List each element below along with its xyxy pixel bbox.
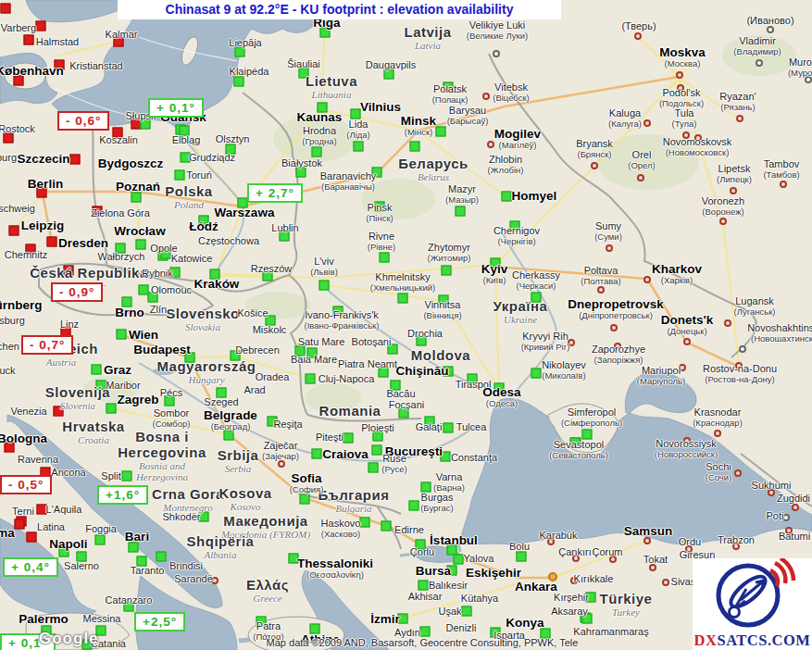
marker-red-square-rostock bbox=[4, 133, 14, 144]
elevation-badge-0-7: - 0,7° bbox=[21, 335, 73, 355]
marker-green-square-tiraspol bbox=[468, 374, 478, 384]
city-subname: (Сомбор) bbox=[153, 419, 191, 429]
city-label-bucure-ti: Bucureşti bbox=[385, 445, 443, 458]
city-subname: (Київ) bbox=[481, 276, 508, 285]
country-label-polska: PolskaPoland bbox=[165, 183, 212, 210]
country-label-romania: Romania bbox=[319, 403, 381, 419]
city-name: Nikolayev bbox=[542, 360, 586, 371]
city-label-wa-brzych: Wałbrzych bbox=[98, 252, 145, 263]
marker-green-square-craiova bbox=[312, 449, 322, 459]
city-name: Grudziądz bbox=[189, 153, 235, 164]
marker-red-square-dresden bbox=[47, 237, 57, 247]
city-label-velikiye-luki: Velikiye Luki(Великие Луки) bbox=[467, 20, 528, 41]
marker-green-square-rybnik bbox=[170, 268, 181, 278]
marker-green-square-athina bbox=[310, 624, 320, 634]
marker-green-square-brno bbox=[122, 297, 132, 307]
satellite-dish-icon bbox=[693, 558, 812, 629]
city-label-sburg: sburg bbox=[0, 316, 25, 327]
marker-green-square-constan-a bbox=[441, 452, 451, 462]
country-name: Slovensko bbox=[166, 306, 240, 321]
city-label-murom: Murom(Муром) bbox=[788, 57, 812, 78]
country-subname: Macedonia (FYROM) bbox=[221, 529, 310, 540]
city-name: Belgrade bbox=[204, 409, 257, 422]
country-name: Kosova bbox=[219, 485, 271, 501]
city-name: Khmelnitsky bbox=[370, 272, 435, 283]
city-subname: (Краснодар) bbox=[693, 419, 743, 428]
marker-green-square-kaunas bbox=[318, 103, 328, 113]
city-label-lipetsk: Lipetsk(Липецк) bbox=[717, 164, 752, 184]
city-label-zl-n: Zlín bbox=[150, 305, 167, 316]
city-name: chen bbox=[0, 342, 19, 353]
marker-green-square-szeged bbox=[217, 388, 227, 398]
city-name: Reşiţa bbox=[273, 419, 302, 431]
marker-red-square-k-benhavn bbox=[14, 76, 24, 86]
map-canvas[interactable]: LatvijaLatviaLietuvaLithuaniaБеларусьBel… bbox=[0, 0, 812, 650]
city-name: Foggia bbox=[85, 524, 117, 535]
marker-city-dot-open-vladimir bbox=[756, 59, 763, 67]
country-subname: Serbia bbox=[218, 463, 259, 474]
marker-green-square-ploie-ti bbox=[373, 431, 383, 442]
marker-green-square-odesa bbox=[494, 383, 505, 394]
city-label-foggia: Foggia bbox=[85, 524, 117, 535]
city-name: Split bbox=[101, 471, 120, 482]
marker-green-square-brindisi bbox=[156, 552, 167, 562]
city-name: Zlín bbox=[150, 305, 167, 316]
marker-red-square-venezia bbox=[54, 406, 64, 417]
city-name: Haskovo bbox=[321, 519, 361, 530]
city-name: Hrodna bbox=[302, 126, 336, 137]
marker-city-dot-podol-sk bbox=[677, 84, 684, 92]
marker-green-square-yalova bbox=[454, 555, 464, 565]
city-label-homyel: Homyel bbox=[512, 190, 557, 203]
city-name: Elbląg bbox=[172, 135, 201, 146]
city-name: (Тверь) bbox=[621, 21, 656, 32]
country-subname: Turkey bbox=[600, 606, 653, 618]
city-name: Zhlobin bbox=[488, 155, 524, 166]
city-label-kryvyi-rih: Kryvyi Rih(Кривий Ріг) bbox=[521, 331, 570, 352]
city-subname: (Дніпропетровськ) bbox=[568, 311, 664, 320]
city-name: Dresden bbox=[58, 237, 108, 250]
city-name: Homyel bbox=[512, 190, 557, 203]
city-label-katowice: Katowice bbox=[171, 254, 213, 265]
marker-green-square-k-r-ehir bbox=[586, 593, 596, 603]
country-subname: Austria bbox=[24, 356, 98, 368]
city-subname: (Новомосковск) bbox=[663, 148, 732, 157]
country-name: Srbija bbox=[218, 447, 259, 463]
city-subname: (Запоріжжя) bbox=[592, 356, 645, 365]
city-label-zugdidi: Zugdidi bbox=[777, 494, 810, 505]
city-subname: (Ліда) bbox=[346, 131, 370, 140]
city-subname: (Кривий Ріг) bbox=[521, 343, 570, 352]
city-subname: (Рязань) bbox=[719, 103, 756, 112]
city-name: Brindisi bbox=[169, 561, 203, 572]
city-label-kristianstad: Kristianstad bbox=[69, 61, 122, 72]
city-name: ürnberg bbox=[0, 299, 43, 312]
marker-city-dot-zugdidi bbox=[792, 504, 799, 511]
city-name: Samsun bbox=[624, 525, 673, 538]
marker-green-square-budapest bbox=[185, 353, 195, 363]
marker-city-dot-mogilev bbox=[487, 141, 494, 148]
city-label-grudzi-dz: Grudziądz bbox=[189, 153, 235, 164]
marker-city-dot-sivas bbox=[662, 579, 669, 586]
city-name: Bacău bbox=[386, 389, 415, 400]
dxsatcs-logo[interactable]: DXSATCS.COM bbox=[693, 558, 812, 650]
marker-red-square-l-aquila bbox=[37, 505, 47, 515]
city-name: Karabük bbox=[540, 531, 578, 542]
city-name: Częstochowa bbox=[198, 236, 259, 247]
city-name: Oradea bbox=[256, 372, 290, 383]
city-name: Kütahya bbox=[461, 594, 498, 605]
city-label-constan-a: Constanţa bbox=[451, 453, 497, 464]
country-label-srbija: SrbijaSerbia bbox=[218, 447, 259, 474]
city-subname: (Подольск) bbox=[659, 99, 704, 108]
city-subname: (Полацк) bbox=[432, 95, 468, 105]
city-label-akhisar: Akhisar bbox=[408, 592, 443, 603]
country-name: Беларусь bbox=[398, 156, 468, 171]
marker-green-square-zhytomyr bbox=[442, 266, 452, 276]
marker-green-square-chi-in-u bbox=[443, 367, 454, 377]
city-name: Thessaloniki bbox=[297, 557, 373, 570]
marker-green-square-shkod-r bbox=[199, 512, 209, 522]
city-subname: (Вінниця) bbox=[423, 311, 461, 320]
city-label-тверь: (Тверь) bbox=[621, 21, 656, 32]
city-name: Košice bbox=[237, 308, 268, 319]
elevation-badge-0-9: - 0,9° bbox=[51, 282, 103, 302]
city-name: Kaluga bbox=[608, 108, 642, 119]
city-subname: (Івано-Франківськ) bbox=[305, 321, 380, 331]
